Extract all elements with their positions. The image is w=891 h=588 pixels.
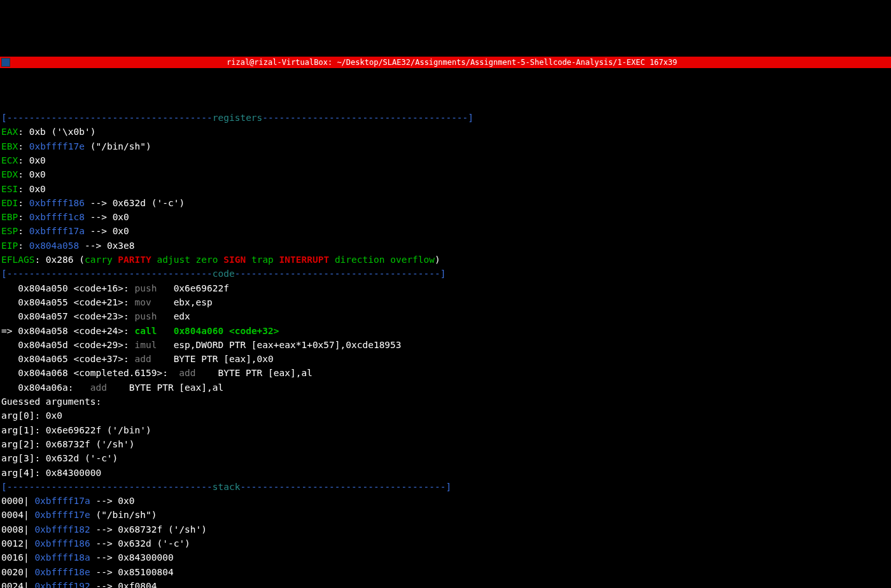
arg-line: arg[1]: 0x6e69622f ('/bin') [1,425,151,435]
titlebar: rizal@rizal-VirtualBox: ~/Desktop/SLAE32… [0,57,891,68]
code-line: 0x804a068 <completed.6159>: add BYTE PTR… [1,368,312,378]
section-divider-code: [-------------------------------------co… [1,269,446,279]
reg-edx: EDX: 0x0 [1,169,46,179]
window-title: rizal@rizal-VirtualBox: ~/Desktop/SLAE32… [14,57,890,68]
reg-ecx: ECX: 0x0 [1,155,46,165]
reg-esi: ESI: 0x0 [1,184,46,194]
guessed-args-title: Guessed arguments: [1,396,101,407]
reg-ebp: EBP: 0xbffff1c8 --> 0x0 [1,212,129,222]
stack-line: 0016| 0xbffff18a --> 0x84300000 [1,552,174,563]
code-line: 0x804a06a: add BYTE PTR [eax],al [1,382,223,393]
terminal-output: [-------------------------------------re… [0,97,891,588]
stack-line: 0024| 0xbffff192 --> 0xf0804 [1,581,157,588]
arg-line: arg[3]: 0x632d ('-c') [1,453,118,463]
arg-line: arg[4]: 0x84300000 [1,468,101,478]
stack-line: 0004| 0xbffff17e ("/bin/sh") [1,510,157,520]
arg-line: arg[2]: 0x68732f ('/sh') [1,439,135,449]
reg-eflags: EFLAGS: 0x286 (carry PARITY adjust zero … [1,255,440,265]
stack-line: 0012| 0xbffff186 --> 0x632d ('-c') [1,538,190,549]
section-divider-registers: [-------------------------------------re… [1,113,474,123]
reg-ebx: EBX: 0xbffff17e ("/bin/sh") [1,141,151,151]
reg-eax: EAX: 0xb ('\x0b') [1,127,95,137]
stack-line: 0020| 0xbffff18e --> 0x85100804 [1,567,174,577]
reg-eip: EIP: 0x804a058 --> 0x3e8 [1,241,135,251]
arg-line: arg[0]: 0x0 [1,410,62,421]
code-line: 0x804a05d <code+29>: imul esp,DWORD PTR … [1,340,402,350]
section-divider-stack: [-------------------------------------st… [1,482,451,492]
code-line: 0x804a057 <code+23>: push edx [1,311,190,321]
code-line: 0x804a055 <code+21>: mov ebx,esp [1,297,213,307]
reg-edi: EDI: 0xbffff186 --> 0x632d ('-c') [1,198,185,208]
code-line: 0x804a065 <code+37>: add BYTE PTR [eax],… [1,354,274,364]
reg-esp: ESP: 0xbffff17a --> 0x0 [1,226,129,236]
stack-line: 0000| 0xbffff17a --> 0x0 [1,496,135,506]
stack-line: 0008| 0xbffff182 --> 0x68732f ('/sh') [1,524,207,535]
code-line-current: => 0x804a058 <code+24>: call 0x804a060 <… [1,326,279,336]
window-icon [1,58,10,67]
code-line: 0x804a050 <code+16>: push 0x6e69622f [1,283,229,293]
